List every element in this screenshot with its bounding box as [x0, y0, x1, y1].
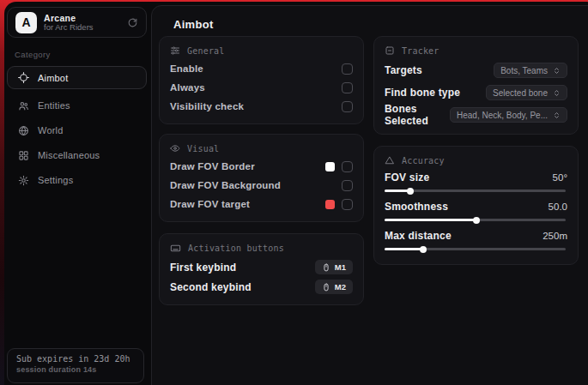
- gear-icon: [18, 175, 29, 186]
- setting-row: Find bone type Selected bone: [385, 81, 567, 104]
- triangle-icon: [385, 155, 395, 165]
- setting-row: Second keybind M2: [170, 277, 353, 297]
- setting-label: Always: [170, 82, 205, 93]
- unfold-icon: [553, 89, 561, 97]
- always-checkbox[interactable]: [342, 82, 353, 93]
- find-bone-type-dropdown[interactable]: Selected bone: [486, 85, 567, 100]
- card-tracker: Tracker Targets Bots, Teams: [373, 36, 579, 135]
- setting-label: Draw FOV target: [170, 199, 250, 209]
- mouse-icon: [322, 263, 330, 272]
- sidebar-item-settings[interactable]: Settings: [7, 170, 147, 190]
- sub-expiry-text: Sub expires in 23d 20h: [16, 354, 135, 364]
- sidebar-item-label: Entities: [38, 100, 70, 111]
- main-panel: Aimbot General Enable Always: [151, 5, 588, 385]
- setting-label: Second keybind: [170, 281, 252, 293]
- sidebar-item-label: Aimbot: [38, 73, 68, 83]
- bones-selected-dropdown[interactable]: Head, Neck, Body, Pe...: [450, 107, 567, 123]
- setting-label: Visibility check: [170, 101, 244, 111]
- max-distance-slider[interactable]: [385, 244, 567, 253]
- sidebar-header: A Arcane for Arc Riders: [7, 7, 147, 38]
- setting-label: Draw FOV Background: [170, 180, 281, 190]
- setting-label: Targets: [385, 64, 422, 76]
- setting-row: Enable: [170, 59, 353, 78]
- crosshair-icon: [18, 72, 29, 83]
- card-activation-buttons: Activation buttons First keybind M1: [159, 233, 364, 305]
- sidebar-item-entities[interactable]: Entities: [7, 95, 147, 116]
- card-title-label: Visual: [187, 144, 219, 153]
- card-title-label: Activation buttons: [188, 244, 284, 253]
- targets-dropdown[interactable]: Bots, Teams: [494, 63, 567, 78]
- setting-label: Enable: [170, 63, 203, 74]
- right-column: Tracker Targets Bots, Teams: [373, 36, 579, 274]
- card-title-label: Tracker: [402, 46, 439, 56]
- app-name: Arcane: [44, 13, 94, 23]
- sidebar-item-miscellaneous[interactable]: Miscellaneous: [7, 145, 147, 165]
- sidebar-item-world[interactable]: World: [7, 120, 147, 141]
- left-column: General Enable Always Visibility check: [159, 36, 364, 315]
- keybind-value: M2: [335, 282, 346, 292]
- grid-icon: [18, 150, 29, 161]
- draw-fov-background-checkbox[interactable]: [342, 180, 353, 191]
- smoothness-value: 50.0: [549, 202, 567, 212]
- visibility-check-checkbox[interactable]: [342, 101, 353, 112]
- unfold-icon: [553, 67, 561, 75]
- sidebar-item-label: Miscellaneous: [38, 150, 100, 160]
- setting-row: Targets Bots, Teams: [385, 59, 567, 81]
- setting-row: Draw FOV target: [170, 195, 353, 214]
- users-icon: [18, 100, 29, 111]
- setting-row: Bones Selected Head, Neck, Body, Pe...: [385, 104, 567, 126]
- fov-border-color-swatch[interactable]: [325, 162, 335, 171]
- sidebar: A Arcane for Arc Riders Category Aimbot: [7, 7, 147, 385]
- page-title: Aimbot: [173, 18, 214, 31]
- setting-label: First keybind: [170, 262, 236, 274]
- category-label: Category: [15, 50, 147, 59]
- setting-label: Find bone type: [385, 87, 460, 99]
- dropdown-value: Bots, Teams: [500, 66, 548, 75]
- setting-row: Draw FOV Border: [170, 157, 353, 176]
- setting-row: FOV size 50°: [385, 169, 567, 195]
- card-title-label: Accuracy: [402, 156, 445, 165]
- card-accuracy: Accuracy FOV size 50° Smoothness: [373, 146, 579, 265]
- session-duration-text: session duration 14s: [16, 365, 135, 374]
- app-logo: A: [15, 12, 37, 33]
- setting-label: FOV size: [385, 171, 429, 183]
- sliders-icon: [170, 45, 180, 56]
- subscription-info: Sub expires in 23d 20h session duration …: [7, 348, 144, 383]
- max-distance-value: 250m: [543, 231, 567, 241]
- setting-label: Draw FOV Border: [170, 161, 255, 171]
- setting-row: Smoothness 50.0: [385, 198, 567, 224]
- sidebar-item-label: Settings: [38, 175, 73, 185]
- setting-row: First keybind M1: [170, 257, 353, 277]
- app-window: A Arcane for Arc Riders Category Aimbot: [4, 2, 588, 385]
- card-visual: Visual Draw FOV Border Draw FOV Backgrou…: [159, 134, 364, 222]
- keybind-value: M1: [335, 262, 346, 272]
- card-general: General Enable Always Visibility check: [159, 36, 364, 124]
- fov-size-slider[interactable]: [385, 186, 567, 195]
- first-keybind-button[interactable]: M1: [315, 260, 353, 274]
- fov-target-color-swatch[interactable]: [325, 200, 335, 209]
- mouse-icon: [322, 283, 330, 292]
- setting-row: Draw FOV Background: [170, 176, 353, 195]
- dropdown-value: Selected bone: [493, 88, 548, 98]
- smoothness-slider[interactable]: [385, 215, 567, 224]
- draw-fov-border-checkbox[interactable]: [342, 161, 353, 172]
- sidebar-nav: Aimbot Entities World: [7, 66, 147, 195]
- setting-label: Max distance: [385, 230, 452, 242]
- setting-row: Visibility check: [170, 97, 353, 116]
- setting-label: Bones Selected: [385, 103, 446, 127]
- unfold-icon: [553, 111, 561, 119]
- fov-size-value: 50°: [553, 172, 567, 183]
- second-keybind-button[interactable]: M2: [315, 280, 353, 294]
- setting-label: Smoothness: [385, 201, 448, 213]
- app-subtitle: for Arc Riders: [44, 23, 94, 33]
- dropdown-value: Head, Neck, Body, Pe...: [457, 111, 548, 120]
- enable-checkbox[interactable]: [342, 63, 353, 75]
- sidebar-item-aimbot[interactable]: Aimbot: [7, 66, 147, 89]
- card-title-label: General: [187, 46, 225, 56]
- globe-icon: [18, 125, 29, 136]
- draw-fov-target-checkbox[interactable]: [342, 199, 353, 210]
- refresh-icon[interactable]: [127, 17, 138, 28]
- scan-icon: [385, 45, 395, 56]
- setting-row: Always: [170, 78, 353, 97]
- setting-row: Max distance 250m: [385, 227, 567, 253]
